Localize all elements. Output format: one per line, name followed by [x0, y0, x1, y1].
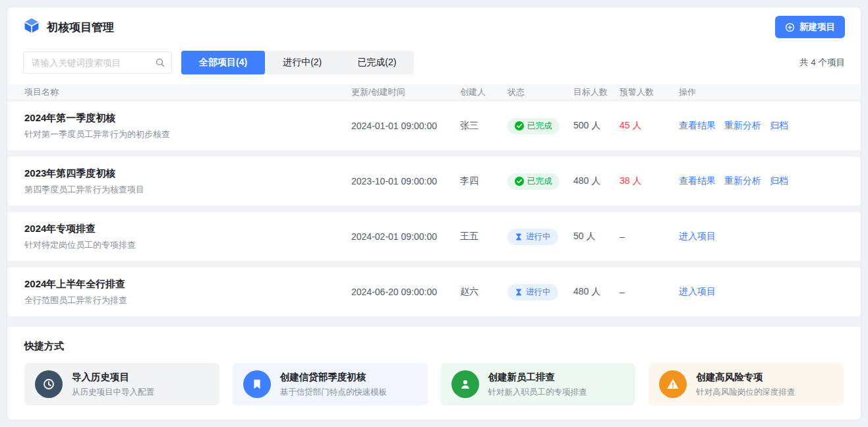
new-project-button[interactable]: 新建项目	[775, 16, 845, 38]
col-warning: 预警人数	[620, 86, 679, 98]
search-icon	[155, 57, 165, 68]
warning-count: 38 人	[620, 175, 679, 187]
col-target: 目标人数	[573, 86, 620, 98]
main-panel: 初核项目管理 新建项目 全部项目(4)进行中(2)已完成(2) 共 4 个项目	[7, 7, 861, 420]
shortcut-cards: 导入历史项目 从历史项目中导入配置 创建信贷部季度初核 基于信贷部门特点的快速模…	[24, 363, 844, 405]
status-badge: 进行中	[507, 229, 558, 245]
tab-completed[interactable]: 已完成(2)	[339, 51, 414, 74]
search-input[interactable]	[23, 51, 172, 74]
table-row: 2024年上半年全行排查 全行范围员工异常行为排查 2024-06-20 09:…	[7, 268, 861, 316]
row-actions: 查看结果重新分析归档	[679, 175, 844, 187]
project-creator: 李四	[460, 175, 507, 187]
section-divider	[7, 316, 861, 327]
status-label: 进行中	[526, 287, 551, 298]
status-label: 进行中	[526, 231, 551, 242]
check-circle-icon	[515, 177, 524, 186]
project-description: 针对特定岗位员工的专项排查	[24, 239, 351, 251]
shortcut-icon-circle	[659, 370, 687, 398]
row-actions: 进入项目	[679, 231, 844, 242]
tabs: 全部项目(4)进行中(2)已完成(2)	[181, 51, 414, 74]
project-time: 2024-02-01 09:00:00	[351, 231, 460, 242]
clock-icon	[42, 377, 56, 391]
project-time: 2024-01-01 09:00:00	[351, 121, 460, 131]
shortcut-description: 从历史项目中导入配置	[72, 387, 154, 398]
project-creator: 张三	[460, 120, 507, 132]
action-archive-link[interactable]: 归档	[770, 120, 788, 132]
tab-in-progress[interactable]: 进行中(2)	[265, 51, 339, 74]
action-enter-project-link[interactable]: 进入项目	[679, 231, 716, 242]
shortcuts-section: 快捷方式 导入历史项目 从历史项目中导入配置 创建信贷部季度初核 基于信贷部门特…	[7, 327, 861, 420]
check-circle-icon	[515, 121, 524, 130]
total-projects-text: 共 4 个项目	[799, 57, 845, 69]
row-actions: 查看结果重新分析归档	[679, 120, 844, 132]
shortcut-icon-circle	[35, 370, 63, 398]
action-enter-project-link[interactable]: 进入项目	[679, 286, 716, 298]
target-count: 500 人	[573, 120, 620, 132]
project-time: 2023-10-01 09:00:00	[351, 176, 460, 186]
status-badge: 进行中	[507, 284, 558, 300]
shortcut-title: 创建信贷部季度初核	[280, 371, 388, 384]
hourglass-icon	[515, 288, 523, 297]
shortcut-card-create-high-risk[interactable]: 创建高风险专项 针对高风险岗位的深度排查	[649, 363, 844, 405]
status-label: 已完成	[527, 176, 552, 187]
shortcut-icon-circle	[451, 370, 479, 398]
project-creator: 赵六	[460, 286, 507, 298]
warning-count: –	[620, 287, 679, 297]
col-time: 更新/创建时间	[351, 86, 460, 98]
project-name: 2024年专项排查	[24, 223, 351, 235]
action-re-analyze-link[interactable]: 重新分析	[724, 175, 761, 187]
shortcut-card-create-new-employee[interactable]: 创建新员工排查 针对新入职员工的专项排查	[441, 363, 636, 405]
row-actions: 进入项目	[679, 286, 844, 298]
bookmark-icon	[250, 377, 264, 391]
user-icon	[458, 377, 473, 391]
col-actions: 操作	[679, 86, 844, 98]
action-archive-link[interactable]: 归档	[770, 175, 788, 187]
project-name: 2024年第一季度初核	[24, 112, 351, 125]
project-time: 2024-06-20 09:00:00	[351, 287, 460, 297]
project-creator: 王五	[460, 231, 507, 242]
page-header: 初核项目管理 新建项目	[7, 7, 861, 46]
status-badge: 已完成	[507, 173, 560, 190]
shortcut-card-create-credit-quarterly[interactable]: 创建信贷部季度初核 基于信贷部门特点的快速模板	[233, 363, 428, 405]
shortcut-title: 导入历史项目	[72, 371, 154, 384]
target-count: 480 人	[573, 286, 620, 298]
app-cube-icon	[23, 17, 40, 37]
col-creator: 创建人	[460, 86, 507, 98]
status-label: 已完成	[527, 121, 552, 132]
table-row: 2024年专项排查 针对特定岗位员工的专项排查 2024-02-01 09:00…	[7, 212, 861, 261]
shortcut-icon-circle	[243, 370, 271, 398]
shortcut-description: 针对新入职员工的专项排查	[488, 387, 587, 398]
table-row: 2024年第一季度初核 针对第一季度员工异常行为的初步核查 2024-01-01…	[7, 101, 861, 150]
warning-count: –	[620, 231, 679, 242]
new-project-label: 新建项目	[799, 21, 835, 33]
shortcut-title: 创建高风险专项	[696, 371, 795, 384]
action-re-analyze-link[interactable]: 重新分析	[724, 120, 761, 132]
target-count: 480 人	[573, 175, 620, 187]
target-count: 50 人	[573, 231, 620, 242]
tab-all[interactable]: 全部项目(4)	[181, 51, 265, 74]
page-title: 初核项目管理	[47, 20, 114, 35]
project-name: 2024年上半年全行排查	[24, 278, 351, 291]
project-description: 针对第一季度员工异常行为的初步核查	[24, 128, 351, 140]
hourglass-icon	[515, 233, 523, 241]
table-row: 2023年第四季度初核 第四季度员工异常行为核查项目 2023-10-01 09…	[7, 157, 861, 206]
action-view-results-link[interactable]: 查看结果	[679, 175, 716, 187]
warning-count: 45 人	[620, 120, 679, 132]
warning-icon	[666, 377, 680, 391]
col-status: 状态	[507, 86, 573, 98]
shortcuts-title: 快捷方式	[24, 340, 844, 353]
col-project-name: 项目名称	[24, 86, 351, 98]
shortcut-title: 创建新员工排查	[488, 371, 587, 384]
table-header: 项目名称 更新/创建时间 创建人 状态 目标人数 预警人数 操作	[7, 84, 861, 100]
shortcut-description: 基于信贷部门特点的快速模板	[280, 387, 388, 398]
project-description: 第四季度员工异常行为核查项目	[24, 184, 351, 196]
toolbar: 全部项目(4)进行中(2)已完成(2) 共 4 个项目	[7, 46, 861, 84]
table-body: 2024年第一季度初核 针对第一季度员工异常行为的初步核查 2024-01-01…	[7, 100, 861, 316]
shortcut-description: 针对高风险岗位的深度排查	[696, 387, 795, 398]
status-badge: 已完成	[507, 118, 560, 134]
action-view-results-link[interactable]: 查看结果	[679, 120, 716, 132]
project-name: 2023年第四季度初核	[24, 167, 351, 180]
plus-circle-icon	[785, 22, 795, 32]
search-box	[23, 51, 172, 74]
shortcut-card-import-history[interactable]: 导入历史项目 从历史项目中导入配置	[24, 363, 219, 405]
